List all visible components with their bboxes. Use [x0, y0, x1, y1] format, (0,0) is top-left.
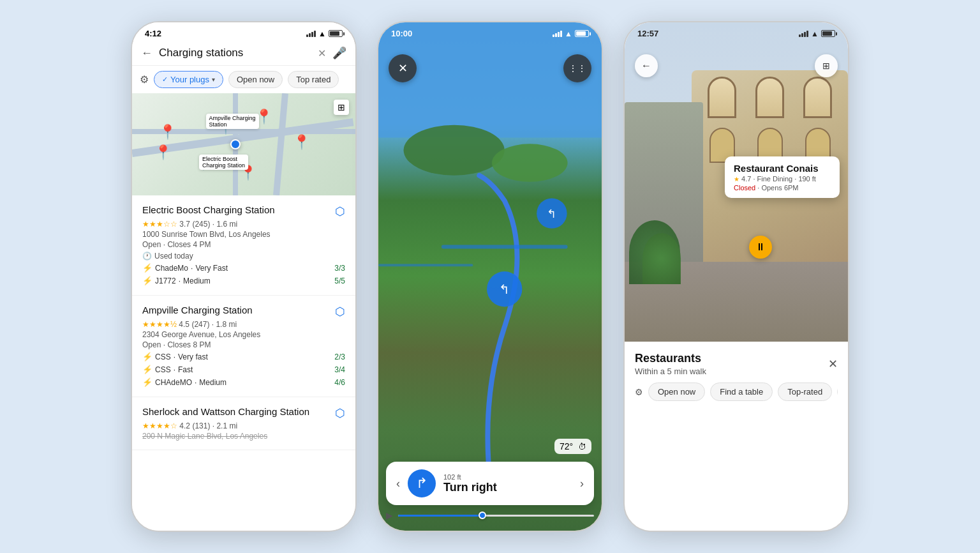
status-icons-1: ▲ [306, 29, 343, 38]
search-text[interactable]: Charging stations [159, 47, 311, 59]
close-nav-button[interactable]: ✕ [389, 54, 417, 82]
charger-type-1a: ChadeMo [155, 264, 188, 273]
panel-close-button[interactable]: ✕ [828, 357, 838, 371]
svg-point-2 [492, 144, 568, 181]
svg-rect-8 [378, 264, 473, 266]
battery-icon-3 [821, 30, 835, 37]
restaurant-info-bubble[interactable]: Restaurant Conais ★ 4.7 · Fine Dining · … [725, 156, 840, 198]
direction-instruction: Turn right [443, 481, 572, 494]
check-icon: ✓ [162, 75, 168, 84]
open-status-2: Open [142, 340, 161, 349]
panel-chip-open-now[interactable]: Open now [648, 383, 705, 401]
street-view-photo: 12:57 ▲ [625, 22, 848, 342]
distance-1: 1.6 mi [216, 220, 237, 229]
map-pin-4[interactable]: 📍 [293, 134, 310, 151]
panel-chip-find-table[interactable]: Find a table [710, 383, 773, 401]
microphone-icon[interactable]: 🎤 [332, 46, 346, 60]
window-row-1 [692, 70, 848, 125]
map-pin-1[interactable]: 📍 [159, 124, 176, 140]
nav-overlay-top: ✕ ⋮⋮ [378, 22, 602, 82]
bolt-icon-1b: ⚡ [142, 276, 152, 285]
next-direction-button[interactable]: › [580, 477, 584, 490]
charger-speed-1a: Very Fast [195, 264, 228, 273]
address-1: 1000 Sunrise Town Blvd, Los Angeles [142, 230, 345, 239]
stars-2: ★★★★½ [142, 320, 177, 329]
map-pin-7[interactable]: 📍 [154, 144, 172, 161]
station-item-electric-boost[interactable]: Electric Boost Charging Station ⬡ ★★★☆☆ … [132, 195, 355, 296]
charger-info-2a: ⚡ CSS · Very fast [142, 352, 208, 361]
charger-row-2c: ⚡ CHAdeMO · Medium 4/6 [142, 377, 345, 388]
phone-restaurant: 12:57 ▲ [623, 21, 849, 532]
navigate-icon-2[interactable]: ⬡ [335, 305, 345, 319]
signal-bar-4 [314, 31, 316, 37]
distance-3: 2.1 mi [216, 421, 237, 430]
restaurant-status: Closed · Opens 6PM [734, 184, 831, 192]
back-arrow-icon[interactable]: ← [141, 47, 152, 60]
clear-search-icon[interactable]: ✕ [318, 47, 326, 59]
bolt-icon-2a: ⚡ [142, 352, 152, 361]
chip-your-plugs[interactable]: ✓ Your plugs ▾ [154, 71, 223, 88]
charger-info-1b: ⚡ J1772 · Medium [142, 276, 211, 285]
open-status-1: Open [142, 240, 161, 249]
filter-settings-icon[interactable]: ⚙ [140, 73, 149, 86]
map-icon-3: ⊞ [822, 61, 830, 71]
station-meta-3: ★★★★☆ 4.2 (131) · 2.1 mi [142, 421, 345, 430]
map-layers-button[interactable]: ⊞ [334, 100, 349, 115]
navigation-map[interactable]: ↰ ↰ [378, 22, 602, 531]
charger-info-2c: ⚡ CHAdeMO · Medium [142, 377, 226, 387]
panel-chip-more[interactable]: More [837, 383, 838, 401]
route-progress-bar [398, 515, 594, 517]
prev-direction-button[interactable]: ‹ [396, 477, 400, 490]
chip-top-rated[interactable]: Top rated [288, 71, 339, 88]
signal-bar-1 [306, 34, 308, 37]
chip-your-plugs-label: Your plugs [170, 75, 209, 84]
station-name-3: Sherlock and Wattson Charging Station [142, 406, 335, 417]
panel-title-group: Restaurants Within a 5 min walk [635, 352, 706, 376]
rating-val-2: 4.5 [179, 320, 189, 329]
tree-2 [642, 233, 681, 284]
closes-2: Closes 8 PM [167, 340, 211, 349]
place-marker[interactable]: ⏸ [749, 236, 772, 259]
share-nav-icon: ⋮⋮ [568, 63, 586, 73]
share-nav-button[interactable]: ⋮⋮ [563, 54, 591, 82]
status-time-1: 4:12 [145, 29, 161, 38]
chip-open-now[interactable]: Open now [228, 71, 283, 88]
bolt-icon-2c: ⚡ [142, 377, 152, 387]
address-2: 2304 George Avenue, Los Angeles [142, 330, 345, 339]
back-button-3[interactable]: ← [635, 54, 658, 77]
stations-list: Electric Boost Charging Station ⬡ ★★★☆☆ … [132, 195, 355, 531]
current-location-marker [230, 139, 241, 149]
map-preview[interactable]: 📍 📍 📍 📍 📍 📍 📍 Ampville ChargingStation E… [132, 93, 355, 195]
charger-count-2c: 4/6 [334, 378, 345, 387]
charger-row-2a: ⚡ CSS · Very fast 2/3 [142, 351, 345, 362]
panel-chip-top-rated[interactable]: Top-rated [778, 383, 832, 401]
station-item-sherlock[interactable]: Sherlock and Wattson Charging Station ⬡ … [132, 397, 355, 450]
charger-speed-2c: Medium [199, 378, 226, 387]
navigate-icon-1[interactable]: ⬡ [335, 204, 345, 218]
panel-chip-find-table-label: Find a table [720, 387, 763, 397]
restaurant-type: Fine Dining [757, 175, 793, 183]
signal-bar-2 [309, 33, 311, 37]
map-view-button[interactable]: ⊞ [815, 54, 838, 77]
charger-info-2b: ⚡ CSS · Fast [142, 365, 193, 374]
svg-rect-7 [442, 245, 568, 249]
svg-text:↰: ↰ [547, 208, 556, 220]
chip-top-rated-label: Top rated [296, 75, 330, 84]
route-progress-dot [479, 511, 486, 519]
panel-filter-icon[interactable]: ⚙ [635, 387, 643, 397]
signal-icon [306, 31, 316, 37]
charger-count-2b: 3/4 [334, 365, 345, 374]
battery-fill [330, 31, 339, 36]
play-pause-button[interactable]: ▶ [386, 510, 393, 520]
station-item-ampville[interactable]: Ampville Charging Station ⬡ ★★★★½ 4.5 (2… [132, 296, 355, 397]
place-icon: ⏸ [755, 241, 766, 253]
battery-icon [329, 30, 343, 37]
bolt-icon-1a: ⚡ [142, 263, 152, 273]
turn-right-arrow-icon: ↱ [416, 475, 427, 492]
status-icons-3: ▲ [799, 29, 835, 38]
arch-window-2 [755, 77, 784, 118]
panel-chip-top-rated-label: Top-rated [787, 387, 822, 397]
back-arrow-icon-3: ← [641, 60, 651, 72]
station-name-1: Electric Boost Charging Station [142, 204, 335, 215]
navigate-icon-3[interactable]: ⬡ [335, 406, 345, 420]
